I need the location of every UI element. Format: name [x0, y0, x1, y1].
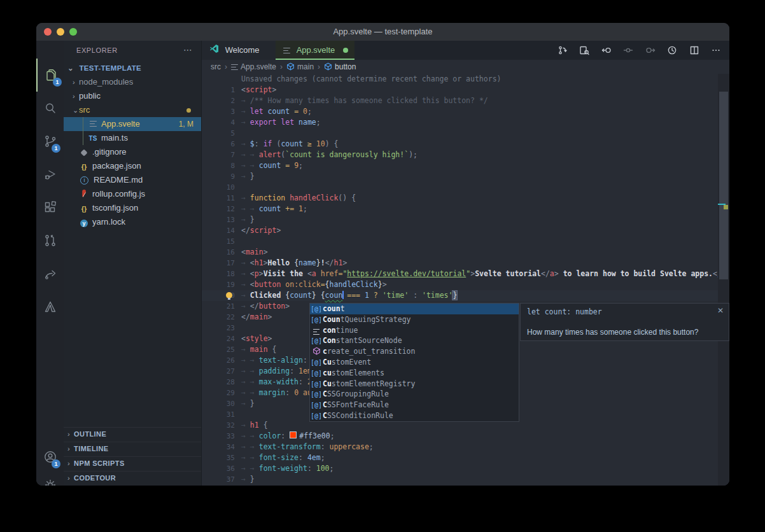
code-line-8[interactable]: 8→ → count = 9;	[202, 160, 718, 171]
code-line-6[interactable]: 6→ $: if (count ≥ 10) {	[202, 139, 718, 150]
code-line-16[interactable]: 16<main>	[202, 247, 718, 258]
open-changes-icon[interactable]	[575, 41, 594, 60]
activity-explorer[interactable]: 1	[36, 59, 65, 92]
code-line-10[interactable]: 10	[202, 182, 718, 193]
code-line-5[interactable]: 5	[202, 128, 718, 139]
suggest-item-CountQueuingStrategy[interactable]: [@]CountQueuingStrategy	[310, 314, 519, 325]
code-line-9[interactable]: 9→ }	[202, 171, 718, 182]
code-line-35[interactable]: 35→ → font-size: 4em;	[202, 452, 718, 463]
scrollbar-slider[interactable]	[719, 92, 728, 279]
suggest-item-CustomEvent[interactable]: [@]CustomEvent	[310, 357, 519, 368]
suggest-item-customElements[interactable]: [@]customElements	[310, 368, 519, 379]
previous-change-icon[interactable]	[597, 41, 616, 60]
token-pn: >	[285, 302, 290, 311]
code-line-11[interactable]: 11→ function handleClick() {	[202, 193, 718, 204]
gitlens-annotations-icon[interactable]	[553, 41, 572, 60]
explorer-item-main-ts[interactable]: TSmain.ts	[64, 131, 201, 145]
code-line-14[interactable]: 14</script>	[202, 225, 718, 236]
workspace-root-row[interactable]: ⌄ TEST-TEMPLATE	[64, 61, 201, 75]
explorer-item-yarn-lock[interactable]: yyarn.lock	[64, 215, 201, 229]
code-line-18[interactable]: 18→ <p>Visit the <a href="https://svelte…	[202, 269, 718, 279]
breadcrumb-label: main	[297, 62, 314, 71]
line-number: 30	[202, 398, 235, 409]
token-ws: →	[250, 464, 259, 473]
code-line-19[interactable]: 19→ <button on:click={handleClick}>	[202, 279, 718, 290]
title-bar[interactable]: App.svelte — test-template	[36, 23, 729, 41]
token-pn: <	[250, 280, 255, 289]
code-line-36[interactable]: 36→ → font-weight: 100;	[202, 463, 718, 474]
token-ws: →	[250, 367, 259, 375]
explorer-item-tsconfig-json[interactable]: {}tsconfig.json	[64, 201, 201, 215]
modified-dot-icon[interactable]	[343, 48, 348, 53]
activity-pull-request[interactable]	[36, 224, 64, 257]
code-line-3[interactable]: 3→ let count = 0;	[202, 106, 718, 117]
explorer-item-app-svelte[interactable]: App.svelte1, M	[64, 117, 201, 131]
line-number: 35	[202, 452, 235, 463]
section-outline[interactable]: ›OUTLINE	[64, 427, 201, 442]
symbol-element-icon	[286, 61, 295, 75]
explorer-item-node-modules[interactable]: ›node_modules	[64, 75, 201, 89]
explorer-item-readme-md[interactable]: iREADME.md	[64, 173, 201, 187]
token-tg: a	[550, 269, 554, 278]
token-nm: 10	[316, 139, 325, 148]
suggest-item-CSSGroupingRule[interactable]: [@]CSSGroupingRule	[310, 389, 519, 400]
section-codetour[interactable]: ›CODETOUR	[64, 471, 201, 486]
token-pn: :	[409, 291, 422, 300]
section-npm-scripts[interactable]: ›NPM SCRIPTS	[64, 456, 201, 471]
activity-extensions[interactable]	[36, 191, 64, 224]
section-timeline[interactable]: ›TIMELINE	[64, 442, 201, 456]
breadcrumb-main[interactable]: main	[286, 62, 314, 71]
code-line-34[interactable]: 34→ → text-transform: uppercase;	[202, 442, 718, 452]
code-line-12[interactable]: 12→ → count += 1;	[202, 204, 718, 214]
code-line-37[interactable]: 37→ }	[202, 474, 718, 485]
tab-welcome[interactable]: Welcome	[202, 41, 276, 60]
tab-app-svelte[interactable]: App.svelte	[276, 41, 354, 60]
explorer-item--gitignore[interactable]: .gitignore	[64, 145, 201, 159]
suggest-item-CSSConditionRule[interactable]: [@]CSSConditionRule	[310, 410, 519, 421]
suggest-item-count[interactable]: [@]count	[310, 304, 519, 314]
file-history-icon[interactable]	[663, 41, 682, 60]
current-change-icon[interactable]	[619, 41, 638, 60]
breadcrumb-src[interactable]: src	[211, 62, 221, 71]
explorer-item-package-json[interactable]: {}package.json	[64, 159, 201, 173]
explorer-item-label: .gitignore	[92, 147, 126, 157]
more-actions-icon[interactable]	[706, 41, 726, 60]
code-line-2[interactable]: 2→ /** How many times has someone clicke…	[202, 95, 718, 106]
activity-settings[interactable]	[36, 468, 64, 486]
activity-search[interactable]	[36, 92, 64, 125]
token-tg: style	[246, 334, 268, 343]
explorer-item-src[interactable]: ⌄src	[64, 103, 201, 117]
code-line-17[interactable]: 17→ <h1>Hello {name}!</h1>	[202, 258, 718, 269]
suggest-item-continue[interactable]: continue	[310, 325, 519, 336]
next-change-icon[interactable]	[641, 41, 660, 60]
token-tg: button	[259, 302, 286, 311]
token-tg: h1	[250, 421, 259, 430]
code-line-7[interactable]: 7→ → alert(`count is dangerously high!`)…	[202, 150, 718, 160]
split-editor-icon[interactable]	[685, 41, 704, 60]
explorer-more-actions[interactable]: ⋯	[183, 41, 192, 59]
activity-source-control[interactable]: 1	[36, 125, 64, 158]
suggest-item-create_out_transition[interactable]: create_out_transition	[310, 346, 519, 357]
code-line-1[interactable]: 1<script>	[202, 85, 718, 95]
code-line-33[interactable]: 33→ → color: #ff3e00;	[202, 431, 718, 442]
explorer-item-public[interactable]: ›public	[64, 89, 201, 103]
token-pr: color	[259, 431, 281, 440]
activity-live-share[interactable]	[36, 257, 64, 290]
activity-azure[interactable]	[36, 290, 64, 323]
code-line-13[interactable]: 13→ }	[202, 214, 718, 225]
activity-run-debug[interactable]	[36, 158, 64, 191]
suggest-item-CustomElementRegistry[interactable]: [@]CustomElementRegistry	[310, 379, 519, 389]
code-editor[interactable]: Unsaved changes (cannot determine recent…	[202, 74, 718, 486]
suggest-item-CSSFontFaceRule[interactable]: [@]CSSFontFaceRule	[310, 400, 519, 410]
explorer-item-rollup-config-js[interactable]: rollup.config.js	[64, 187, 201, 201]
code-line-15[interactable]: 15	[202, 236, 718, 247]
breadcrumb-app-svelte[interactable]: App.svelte	[231, 62, 276, 71]
code-line-4[interactable]: 4→ export let name;	[202, 117, 718, 128]
token-ws: →	[241, 193, 250, 202]
close-icon[interactable]: ✕	[717, 306, 724, 315]
lightbulb-icon[interactable]	[226, 292, 232, 298]
code-line-20[interactable]: 20→ Clicked {count} {coun === 1 ? 'time'…	[202, 290, 718, 301]
editor-scrollbar[interactable]	[718, 74, 729, 486]
breadcrumb-button[interactable]: button	[324, 62, 356, 71]
suggest-item-ConstantSourceNode[interactable]: [@]ConstantSourceNode	[310, 335, 519, 346]
